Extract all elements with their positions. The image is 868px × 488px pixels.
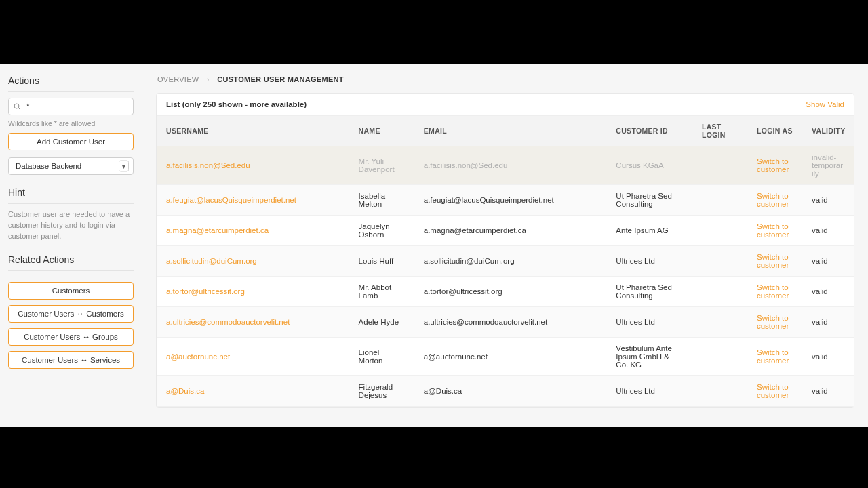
chevron-right-icon: ›: [207, 75, 210, 83]
cell-login-as: Switch to customer: [747, 376, 802, 407]
cell-validity: invalid-temporarily: [802, 146, 854, 185]
col-name[interactable]: NAME: [349, 116, 414, 146]
cell-login-as: Switch to customer: [747, 246, 802, 277]
username-link[interactable]: a@Duis.ca: [166, 387, 204, 395]
cell-email: a.sollicitudin@duiCum.org: [414, 246, 607, 277]
table-row[interactable]: a@auctornunc.netLionel Mortona@auctornun…: [157, 338, 854, 376]
switch-to-customer-link[interactable]: Switch to customer: [757, 348, 789, 365]
switch-to-customer-link[interactable]: Switch to customer: [757, 157, 789, 174]
switch-to-customer-link[interactable]: Switch to customer: [757, 283, 789, 300]
username-link[interactable]: a.facilisis.non@Sed.edu: [166, 161, 250, 169]
cell-last-login: [692, 216, 747, 246]
col-validity[interactable]: VALIDITY: [802, 116, 854, 146]
cell-username: a@erosnonenim.ca: [157, 407, 349, 408]
cell-customer-id: Ut Pharetra Sed Consulting: [606, 185, 692, 216]
breadcrumb: OVERVIEW › CUSTOMER USER MANAGEMENT: [157, 75, 854, 83]
cell-login-as: Switch to customer: [747, 307, 802, 338]
cell-name: Fitzgerald Dejesus: [349, 376, 414, 407]
switch-to-customer-link[interactable]: Switch to customer: [757, 192, 789, 208]
table-row[interactable]: a.tortor@ultricessit.orgMr. Abbot Lamba.…: [157, 277, 854, 307]
cell-name: Lionel Morton: [349, 338, 414, 376]
search-input[interactable]: [25, 101, 129, 112]
username-link[interactable]: a.ultricies@commodoauctorvelit.net: [166, 318, 290, 326]
cell-login-as: Switch to customer: [747, 338, 802, 376]
cell-customer-id: Ultrices Ltd: [606, 246, 692, 277]
username-link[interactable]: a.sollicitudin@duiCum.org: [166, 257, 257, 265]
username-link[interactable]: a.magna@etarcuimperdiet.ca: [166, 226, 269, 235]
related-heading: Related Actions: [8, 254, 134, 265]
customer-user-table: USERNAME NAME EMAIL CUSTOMER ID LAST LOG…: [157, 116, 854, 407]
cell-username: a.sollicitudin@duiCum.org: [157, 246, 349, 277]
table-row[interactable]: a@Duis.caFitzgerald Dejesusa@Duis.caUltr…: [157, 376, 854, 407]
col-login-as[interactable]: LOGIN AS: [747, 116, 802, 146]
col-customer-id[interactable]: CUSTOMER ID: [606, 116, 692, 146]
switch-to-customer-link[interactable]: Switch to customer: [757, 383, 789, 399]
cell-name: Adele Hyde: [349, 307, 414, 338]
related-customer-users-services[interactable]: Customer Users ↔ Services: [8, 351, 134, 369]
chevron-down-icon: ▾: [119, 161, 129, 172]
cell-username: a@Duis.ca: [157, 376, 349, 407]
table-row[interactable]: a.sollicitudin@duiCum.orgLouis Huffa.sol…: [157, 246, 854, 277]
table-row[interactable]: a.facilisis.non@Sed.eduMr. Yuli Davenpor…: [157, 146, 854, 185]
username-link[interactable]: a@auctornunc.net: [166, 352, 230, 361]
switch-to-customer-link[interactable]: Switch to customer: [757, 253, 789, 269]
cell-username: a.magna@etarcuimperdiet.ca: [157, 216, 349, 246]
show-valid-link[interactable]: Show Valid: [806, 100, 844, 108]
cell-name: Mr. Yuli Davenport: [349, 146, 414, 185]
list-panel: List (only 250 shown - more available) S…: [156, 93, 854, 408]
cell-email: a.ultricies@commodoauctorvelit.net: [414, 307, 607, 338]
related-customers[interactable]: Customers: [8, 282, 134, 300]
cell-email: a@erosnonenim.ca: [414, 407, 607, 408]
backend-select[interactable]: Database Backend ▾: [8, 157, 134, 175]
cell-customer-id: Nonummy Ut GmbH & Co. KG: [606, 407, 692, 408]
related-customer-users-groups[interactable]: Customer Users ↔ Groups: [8, 328, 134, 346]
cell-email: a@Duis.ca: [414, 376, 607, 407]
cell-customer-id: Ultrices Ltd: [606, 376, 692, 407]
cell-username: a@auctornunc.net: [157, 338, 349, 376]
sidebar: Actions Wildcards like * are allowed Add…: [0, 64, 142, 427]
cell-last-login: [692, 307, 747, 338]
cell-login-as: Switch to customer: [747, 185, 802, 216]
svg-line-1: [18, 108, 20, 109]
switch-to-customer-link[interactable]: Switch to customer: [757, 222, 789, 239]
table-row[interactable]: a.feugiat@lacusQuisqueimperdiet.netIsabe…: [157, 185, 854, 216]
cell-login-as: Switch to customer: [747, 277, 802, 307]
search-field-wrap[interactable]: [8, 98, 134, 115]
table-row[interactable]: a@erosnonenim.caGraham Brocka@erosnoneni…: [157, 407, 854, 408]
hint-heading: Hint: [8, 187, 134, 198]
username-link[interactable]: a.tortor@ultricessit.org: [166, 287, 245, 296]
cell-last-login: [692, 338, 747, 376]
cell-login-as: Switch to customer: [747, 216, 802, 246]
username-link[interactable]: a.feugiat@lacusQuisqueimperdiet.net: [166, 196, 296, 204]
add-customer-user-button[interactable]: Add Customer User: [8, 133, 134, 150]
breadcrumb-root[interactable]: OVERVIEW: [157, 75, 199, 83]
cell-name: Mr. Abbot Lamb: [349, 277, 414, 307]
cell-last-login: [692, 407, 747, 408]
cell-username: a.facilisis.non@Sed.edu: [157, 146, 349, 185]
cell-validity: valid: [802, 185, 854, 216]
cell-customer-id: Cursus KGaA: [606, 146, 692, 185]
switch-to-customer-link[interactable]: Switch to customer: [757, 314, 789, 330]
svg-point-0: [14, 104, 19, 108]
cell-validity: valid: [802, 376, 854, 407]
cell-validity: valid: [802, 277, 854, 307]
cell-last-login: [692, 185, 747, 216]
table-row[interactable]: a.magna@etarcuimperdiet.caJaquelyn Osbor…: [157, 216, 854, 246]
cell-username: a.ultricies@commodoauctorvelit.net: [157, 307, 349, 338]
hint-text: Customer user are needed to have a custo…: [8, 209, 134, 242]
related-customer-users-customers[interactable]: Customer Users ↔ Customers: [8, 305, 134, 323]
cell-customer-id: Ante Ipsum AG: [606, 216, 692, 246]
cell-customer-id: Ultrices Ltd: [606, 307, 692, 338]
cell-email: a@auctornunc.net: [414, 338, 607, 376]
cell-validity: valid: [802, 338, 854, 376]
related-actions: Customers Customer Users ↔ Customers Cus…: [8, 277, 134, 369]
col-last-login[interactable]: LAST LOGIN: [692, 116, 747, 146]
col-email[interactable]: EMAIL: [414, 116, 607, 146]
cell-last-login: [692, 277, 747, 307]
search-icon: [13, 102, 21, 110]
table-row[interactable]: a.ultricies@commodoauctorvelit.netAdele …: [157, 307, 854, 338]
cell-name: Jaquelyn Osborn: [349, 216, 414, 246]
cell-login-as: Switch to customer: [747, 146, 802, 185]
col-username[interactable]: USERNAME: [157, 116, 349, 146]
cell-username: a.tortor@ultricessit.org: [157, 277, 349, 307]
